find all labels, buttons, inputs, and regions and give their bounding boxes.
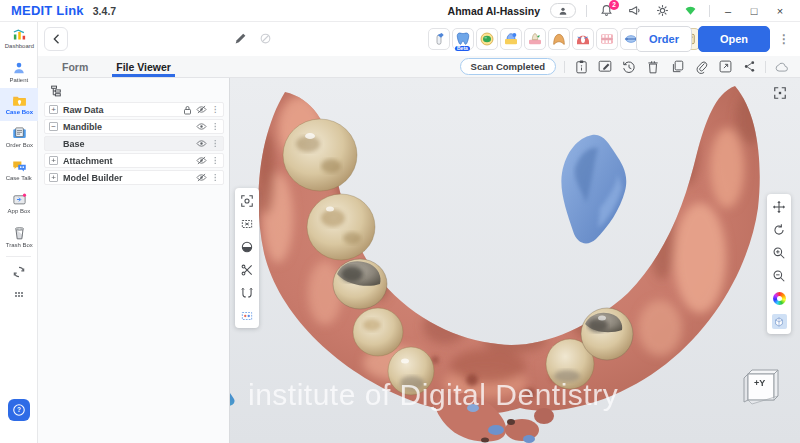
svg-text:?: ? bbox=[17, 406, 21, 413]
undercut-measure-icon[interactable] bbox=[240, 285, 255, 300]
order-button[interactable]: Order bbox=[636, 26, 692, 52]
view-cube-icon[interactable] bbox=[772, 314, 787, 329]
row-menu-icon[interactable]: ⋮ bbox=[211, 139, 219, 148]
edit-pencil-icon[interactable] bbox=[234, 32, 247, 45]
open-button[interactable]: Open bbox=[698, 26, 770, 52]
megaphone-icon bbox=[628, 4, 641, 17]
eye-icon[interactable] bbox=[196, 139, 207, 148]
sync-arrows-icon bbox=[12, 265, 26, 279]
row-menu-icon[interactable]: ⋮ bbox=[211, 105, 219, 114]
share-icon[interactable] bbox=[741, 59, 757, 75]
tab-form[interactable]: Form bbox=[58, 56, 92, 77]
sidebar-item-trash-box[interactable]: Trash Box bbox=[0, 220, 38, 253]
occlusion-sphere-icon[interactable] bbox=[240, 239, 255, 254]
chevron-left-icon bbox=[52, 34, 60, 44]
divider bbox=[586, 5, 587, 17]
row-menu-icon[interactable]: ⋮ bbox=[211, 122, 219, 131]
app-model-design-icon[interactable] bbox=[500, 28, 522, 50]
app-box-icon bbox=[12, 193, 27, 206]
maximize-button[interactable]: □ bbox=[746, 5, 762, 17]
app-logo-text: MEDIT Link bbox=[11, 3, 84, 18]
app-ortho-simulation-icon[interactable] bbox=[476, 28, 498, 50]
mandible-3d-scan bbox=[230, 78, 800, 443]
kebab-menu-icon[interactable]: ⋮ bbox=[776, 32, 792, 46]
app-gum-tooth-icon[interactable] bbox=[572, 28, 594, 50]
sidebar-item-patient[interactable]: Patient bbox=[0, 55, 38, 88]
tab-file-viewer[interactable]: File Viewer bbox=[112, 56, 175, 77]
zoom-in-icon[interactable] bbox=[772, 245, 787, 260]
user-account-button[interactable] bbox=[550, 3, 576, 18]
app-denture-design-icon[interactable] bbox=[548, 28, 570, 50]
sidebar-more-apps-button[interactable] bbox=[0, 284, 38, 308]
sidebar-item-label: Patient bbox=[10, 76, 29, 83]
color-texture-icon[interactable] bbox=[772, 291, 787, 306]
minimize-button[interactable]: – bbox=[720, 5, 736, 17]
tree-row-raw-data[interactable]: + Raw Data ⋮ bbox=[44, 102, 224, 117]
margin-highlight-icon[interactable] bbox=[240, 308, 255, 323]
memo-icon[interactable] bbox=[597, 59, 613, 75]
axis-cube-label: +Y bbox=[754, 378, 765, 388]
dashboard-chart-icon bbox=[12, 28, 27, 41]
notification-badge: 2 bbox=[609, 0, 619, 10]
sidebar-item-dashboard[interactable]: Dashboard bbox=[0, 22, 38, 55]
delete-icon[interactable] bbox=[645, 59, 661, 75]
row-menu-icon[interactable]: ⋮ bbox=[211, 173, 219, 182]
app-ortho-braces-icon[interactable] bbox=[596, 28, 618, 50]
history-icon[interactable] bbox=[621, 59, 637, 75]
rotate-tool-icon[interactable] bbox=[772, 222, 787, 237]
zoom-out-icon[interactable] bbox=[772, 268, 787, 283]
app-intraoral-scanner-icon[interactable] bbox=[428, 28, 450, 50]
case-info-icon[interactable] bbox=[573, 59, 589, 75]
sidebar-item-label: Dashboard bbox=[4, 42, 33, 49]
orientation-cube[interactable]: +Y bbox=[738, 366, 782, 408]
sync-disabled-icon bbox=[259, 32, 272, 45]
edit-tools-toolbar bbox=[235, 188, 259, 328]
file-tree-panel: + Raw Data ⋮ − Mandible ⋮ bbox=[38, 78, 230, 443]
tree-label: Raw Data bbox=[63, 105, 104, 115]
sidebar-item-order-box[interactable]: Order Box bbox=[0, 121, 38, 154]
sidebar-sync-button[interactable] bbox=[0, 260, 38, 284]
settings-button[interactable] bbox=[653, 3, 671, 19]
eye-icon[interactable] bbox=[196, 122, 207, 131]
notifications-button[interactable]: 2 bbox=[597, 3, 615, 19]
focus-model-icon[interactable] bbox=[240, 193, 255, 208]
export-icon[interactable] bbox=[717, 59, 733, 75]
tree-row-model-builder[interactable]: + Model Builder ⋮ bbox=[44, 170, 224, 185]
network-status-button[interactable] bbox=[681, 3, 699, 19]
eye-off-icon[interactable] bbox=[196, 105, 207, 114]
sidebar-item-case-box[interactable]: Case Box bbox=[0, 88, 38, 121]
cloud-icon[interactable] bbox=[774, 59, 790, 75]
sidebar-item-app-box[interactable]: App Box bbox=[0, 187, 38, 220]
tree-row-attachment[interactable]: + Attachment ⋮ bbox=[44, 153, 224, 168]
pan-tool-icon[interactable] bbox=[772, 199, 787, 214]
close-button[interactable]: × bbox=[772, 5, 788, 17]
expand-icon[interactable]: + bbox=[49, 173, 58, 182]
eye-off-icon[interactable] bbox=[196, 156, 207, 165]
announcements-button[interactable] bbox=[625, 3, 643, 19]
trash-box-icon bbox=[13, 226, 26, 240]
selection-tool-icon[interactable] bbox=[240, 216, 255, 231]
tree-label: Base bbox=[63, 139, 85, 149]
3d-viewport[interactable]: institute of Digital Dentistry bbox=[230, 78, 800, 443]
tree-row-base[interactable]: Base ⋮ bbox=[44, 136, 224, 151]
expand-icon[interactable]: + bbox=[49, 156, 58, 165]
tabs-bar: Form File Viewer Scan Completed bbox=[38, 56, 800, 78]
attachment-icon[interactable] bbox=[693, 59, 709, 75]
back-button[interactable] bbox=[44, 27, 68, 51]
top-toolbar: Beta › Order Open ⋮ bbox=[38, 22, 800, 56]
help-button[interactable]: ? bbox=[8, 399, 30, 421]
app-tooth-beta-icon[interactable]: Beta bbox=[452, 28, 474, 50]
tree-view-icon[interactable] bbox=[50, 85, 63, 97]
tree-label: Attachment bbox=[63, 156, 113, 166]
expand-viewer-icon[interactable] bbox=[773, 86, 787, 100]
duplicate-icon[interactable] bbox=[669, 59, 685, 75]
sidebar-item-label: App Box bbox=[8, 207, 31, 214]
app-crown-design-icon[interactable] bbox=[524, 28, 546, 50]
expand-icon[interactable]: + bbox=[49, 105, 58, 114]
tree-row-mandible[interactable]: − Mandible ⋮ bbox=[44, 119, 224, 134]
sidebar-item-case-talk[interactable]: Case Talk bbox=[0, 154, 38, 187]
row-menu-icon[interactable]: ⋮ bbox=[211, 156, 219, 165]
collapse-icon[interactable]: − bbox=[49, 122, 58, 131]
eye-off-icon[interactable] bbox=[196, 173, 207, 182]
trim-scissors-icon[interactable] bbox=[240, 262, 255, 277]
